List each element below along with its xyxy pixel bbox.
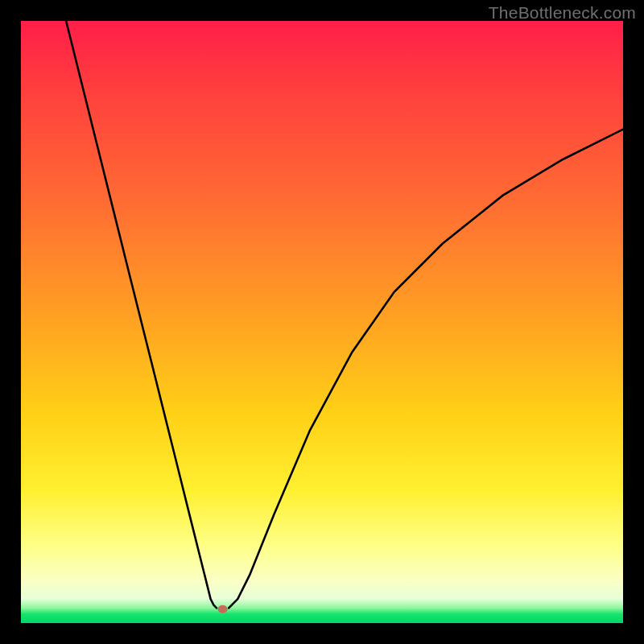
minimum-marker <box>218 605 228 613</box>
curve-right-branch <box>229 130 623 609</box>
plot-area <box>21 21 623 623</box>
bottleneck-curve <box>21 21 623 623</box>
chart-frame: TheBottleneck.com <box>0 0 644 644</box>
watermark-text: TheBottleneck.com <box>489 3 636 23</box>
curve-left-branch <box>66 21 217 608</box>
